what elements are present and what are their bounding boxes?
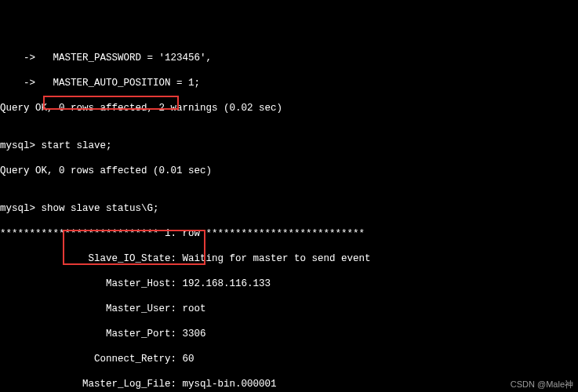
terminal-line: mysql> show slave status\G; <box>0 202 578 215</box>
terminal-line: Slave_IO_State: Waiting for master to se… <box>0 252 578 265</box>
watermark: CSDN @Male神 <box>511 378 573 390</box>
terminal-line: Connect_Retry: 60 <box>0 353 578 365</box>
terminal-line: -> MASTER_AUTO_POSITION = 1; <box>0 77 578 89</box>
terminal-line: Master_Log_File: mysql-bin.000001 <box>0 378 578 390</box>
terminal-line: Query OK, 0 rows affected, 2 warnings (0… <box>0 102 578 114</box>
terminal-line: -> MASTER_PASSWORD = '123456', <box>0 52 578 64</box>
terminal-line: Query OK, 0 rows affected (0.01 sec) <box>0 165 578 177</box>
terminal-line: Master_Host: 192.168.116.133 <box>0 278 578 290</box>
terminal-line: mysql> start slave; <box>0 140 578 152</box>
terminal-line: Master_Port: 3306 <box>0 328 578 340</box>
terminal-line: *************************** 1. row *****… <box>0 227 578 240</box>
terminal-line: Master_User: root <box>0 303 578 315</box>
